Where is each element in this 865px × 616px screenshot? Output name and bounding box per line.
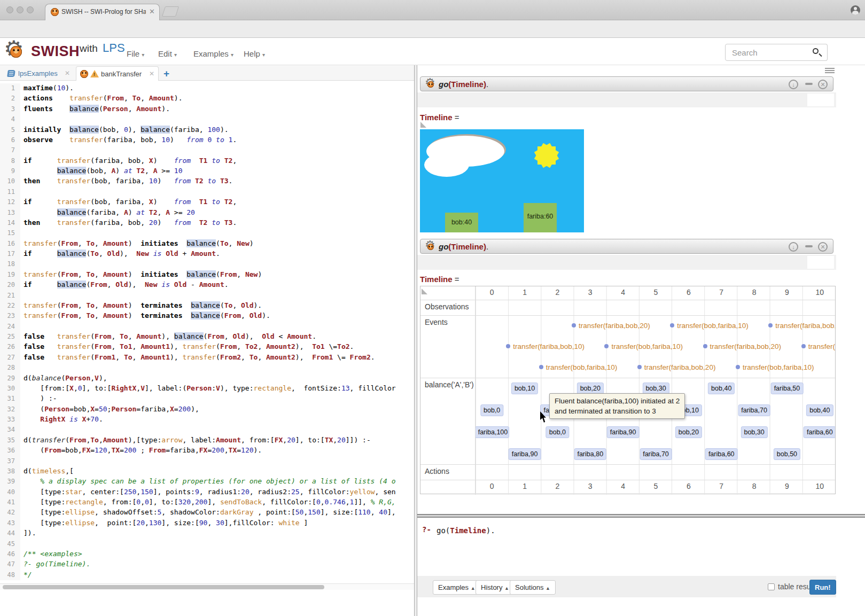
fluent-chip[interactable]: bob,0: [480, 404, 503, 416]
fluent-chip[interactable]: bob,40: [708, 383, 735, 394]
code-line[interactable]: 23transfer(From, To, Amount) terminates …: [0, 310, 414, 321]
code-line[interactable]: 17if balance(To, Old), New is Old + Amou…: [0, 248, 414, 259]
fluent-chip[interactable]: fariba,90: [509, 448, 541, 460]
download-icon[interactable]: ↓: [789, 80, 798, 89]
scrollbar-thumb[interactable]: [3, 585, 324, 589]
code-line[interactable]: 37: [0, 456, 414, 466]
code-line[interactable]: 28: [0, 362, 414, 372]
close-window-icon[interactable]: [6, 6, 13, 13]
code-editor[interactable]: 1maxTime(10).2actions transfer(From, To,…: [0, 81, 414, 583]
code-line[interactable]: 21: [0, 290, 414, 300]
code-line[interactable]: 25false transfer(From, To, Amount), bala…: [0, 331, 414, 341]
fluent-chip[interactable]: bob,50: [774, 448, 800, 460]
query-editor[interactable]: go(Timeline).: [432, 522, 822, 573]
new-editor-tab-button[interactable]: +: [163, 68, 169, 80]
browser-tab[interactable]: SWISH -- SWI-Prolog for SHar ✕: [45, 4, 160, 20]
code-line[interactable]: 29d(balance(Person,V),: [0, 373, 414, 383]
search-button[interactable]: [806, 44, 828, 61]
code-line[interactable]: 22transfer(From, To, Amount) terminates …: [0, 300, 414, 310]
code-line[interactable]: 30 [from:[X,0], to:[RightX,V], label:(Pe…: [0, 383, 414, 393]
code-line[interactable]: 44]).: [0, 528, 414, 538]
menu-examples[interactable]: Examples ▾: [193, 49, 233, 58]
new-tab-button[interactable]: [162, 6, 179, 17]
code-line[interactable]: 36 (From=bob,FX=120,TX=200 ; From=fariba…: [0, 445, 414, 455]
table-results-checkbox[interactable]: [768, 583, 775, 590]
code-line[interactable]: 10then transfer(bob, fariba, 10) from T2…: [0, 176, 414, 186]
minimize-window-icon[interactable]: [17, 6, 24, 13]
fluent-chip[interactable]: bob,10: [511, 383, 538, 394]
code-line[interactable]: 47?- go(Timeline).: [0, 559, 414, 569]
code-line[interactable]: 19transfer(From, To, Amount) initiates b…: [0, 269, 414, 279]
code-line[interactable]: 5initially balance(bob, 0), balance(fari…: [0, 124, 414, 135]
code-line[interactable]: 46/** <examples>: [0, 549, 414, 559]
code-line[interactable]: 40 [type:star, center:[250,150], points:…: [0, 487, 414, 497]
code-line[interactable]: 20if balance(From, Old), New is Old - Am…: [0, 279, 414, 290]
solutions-button[interactable]: Solutions ▲: [510, 580, 556, 595]
code-line[interactable]: 4: [0, 114, 414, 124]
code-line[interactable]: 35d(transfer(From,To,Amount),[type:arrow…: [0, 435, 414, 445]
fluent-chip[interactable]: fariba,80: [574, 448, 606, 460]
menu-edit[interactable]: Edit ▾: [158, 49, 177, 58]
collapse-icon[interactable]: [805, 245, 813, 247]
menu-file[interactable]: File ▾: [127, 49, 144, 58]
zoom-window-icon[interactable]: [27, 6, 34, 13]
code-line[interactable]: 1maxTime(10).: [0, 83, 414, 93]
fluent-chip[interactable]: bob,20: [577, 383, 604, 394]
results-menu-icon[interactable]: [825, 68, 835, 75]
code-line[interactable]: 27false transfer(From1, To, Amount1), tr…: [0, 352, 414, 362]
code-line[interactable]: 16transfer(From, To, Amount) initiates b…: [0, 238, 414, 248]
fluent-chip[interactable]: fariba,60: [804, 426, 835, 438]
collapse-icon[interactable]: [805, 83, 813, 85]
close-icon[interactable]: ✕: [65, 69, 70, 77]
fluent-chip[interactable]: fariba,70: [640, 448, 672, 460]
pane-horizontal-divider[interactable]: [417, 514, 865, 518]
code-line[interactable]: 43 [type:ellipse, point:[20,130], size:[…: [0, 518, 414, 528]
code-line[interactable]: 39 % a display spec can be a list of pro…: [0, 476, 414, 486]
code-line[interactable]: 41 [type:rectangle, from:[0,0], to:[320,…: [0, 497, 414, 507]
fluent-chip[interactable]: fariba,90: [607, 426, 640, 438]
code-line[interactable]: 33 RightX is X+70.: [0, 414, 414, 424]
fluent-chip[interactable]: bob,0: [546, 426, 569, 438]
code-line[interactable]: 6observe transfer(fariba, bob, 10) from …: [0, 135, 414, 145]
close-tab-icon[interactable]: ✕: [149, 7, 155, 15]
download-icon[interactable]: ↓: [789, 242, 798, 252]
editor-horizontal-scrollbar[interactable]: [0, 583, 414, 590]
code-line[interactable]: 18: [0, 259, 414, 269]
menu-help[interactable]: Help ▾: [244, 49, 265, 58]
resize-handle-icon[interactable]: [420, 122, 426, 128]
code-line[interactable]: 38d(timeless,[: [0, 466, 414, 476]
close-icon[interactable]: ✕: [818, 80, 828, 89]
code-line[interactable]: 13 balance(fariba, A) at T2, A >= 20: [0, 207, 414, 217]
code-line[interactable]: 14then transfer(fariba, bob, 20) from T2…: [0, 217, 414, 228]
history-button[interactable]: History ▲: [476, 580, 515, 595]
code-line[interactable]: 12if transfer(bob, fariba, X) from T1 to…: [0, 197, 414, 207]
code-line[interactable]: 42 [type:ellipse, shadowOffset:5, shadow…: [0, 507, 414, 517]
close-icon[interactable]: ✕: [818, 242, 828, 252]
fluent-chip[interactable]: fariba,50: [771, 383, 804, 394]
answer-panel-header[interactable]: ⚙ go(Timeline). ↓ ✕: [420, 76, 833, 91]
lps-link[interactable]: LPS: [103, 41, 125, 55]
code-line[interactable]: 45: [0, 539, 414, 549]
code-line[interactable]: 24: [0, 321, 414, 331]
search-input[interactable]: [725, 44, 807, 61]
examples-button[interactable]: Examples ▲: [433, 580, 481, 595]
code-line[interactable]: 15: [0, 228, 414, 238]
code-line[interactable]: 34: [0, 424, 414, 434]
code-line[interactable]: 7: [0, 145, 414, 155]
close-icon[interactable]: ✕: [149, 70, 154, 77]
tab-lpsexamples[interactable]: lpsExamples ✕: [3, 66, 74, 81]
fluent-chip[interactable]: fariba,60: [705, 448, 738, 460]
profile-icon[interactable]: [851, 5, 860, 15]
run-button[interactable]: Run!: [809, 580, 836, 595]
code-line[interactable]: 9 balance(bob, A) at T2, A >= 10: [0, 166, 414, 176]
code-line[interactable]: 48*/: [0, 570, 414, 580]
code-line[interactable]: 32 (Person=bob,X=50;Person=fariba,X=200)…: [0, 404, 414, 414]
fluent-chip[interactable]: fariba,100: [476, 426, 509, 438]
fluent-chip[interactable]: bob,20: [675, 426, 702, 438]
code-line[interactable]: 26false transfer(From, To1, Amount1), tr…: [0, 341, 414, 352]
code-line[interactable]: 2actions transfer(From, To, Amount).: [0, 93, 414, 103]
answer-panel-header[interactable]: ⚙ go(Timeline). ↓ ✕: [420, 239, 833, 254]
code-line[interactable]: 8if transfer(fariba, bob, X) from T1 to …: [0, 155, 414, 166]
code-line[interactable]: 3fluents balance(Person, Amount).: [0, 104, 414, 114]
fluent-chip[interactable]: bob,40: [806, 404, 833, 416]
